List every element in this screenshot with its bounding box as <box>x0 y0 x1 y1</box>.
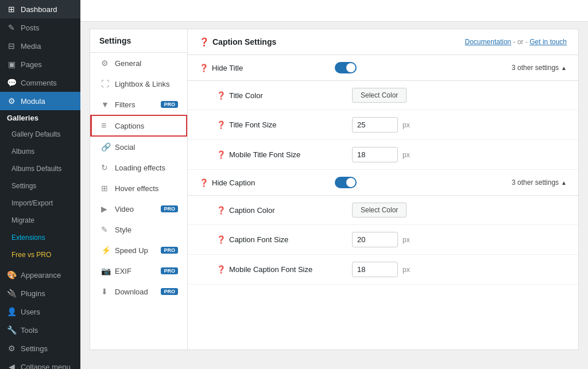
sidebar-item-extensions[interactable]: Extensions <box>0 229 80 246</box>
caption-color-help-icon[interactable]: ❓ <box>216 206 226 215</box>
settings-bottom-label: Settings <box>21 344 48 353</box>
sidebar-item-settings-bottom[interactable]: ⚙ Settings <box>0 339 80 358</box>
settings-nav-captions[interactable]: ≡ Captions <box>90 115 187 137</box>
migrate-label: Migrate <box>11 216 34 224</box>
hide-title-label: ❓ Hide Title <box>199 64 326 72</box>
hide-caption-help-icon[interactable]: ❓ <box>199 178 208 187</box>
import-export-label: Import/Export <box>11 199 53 207</box>
exif-nav-icon: 📷 <box>101 266 110 275</box>
sidebar-item-media[interactable]: ⊟ Media <box>0 37 80 55</box>
title-font-size-row: ❓ Title Font Size px <box>188 110 578 140</box>
plugins-icon: 🔌 <box>7 289 16 298</box>
settings-nav-loading-effects[interactable]: ↻ Loading effects <box>90 157 187 178</box>
settings-nav-filters[interactable]: ▼ Filters PRO <box>90 94 187 115</box>
galleries-label: Galleries <box>7 114 38 122</box>
top-bar <box>80 0 588 22</box>
sidebar-item-pages[interactable]: ▣ Pages <box>0 55 80 73</box>
mobile-caption-font-help-icon[interactable]: ❓ <box>216 265 226 274</box>
appearance-label: Appearance <box>21 271 61 279</box>
gallery-defaults-label: Gallery Defaults <box>11 130 60 138</box>
mobile-title-font-help-icon[interactable]: ❓ <box>216 150 226 159</box>
hide-title-arrow-icon: ▲ <box>561 65 567 71</box>
settings-nav-general[interactable]: ⚙ General <box>90 53 187 73</box>
settings-nav-hover-effects[interactable]: ⊞ Hover effects <box>90 178 187 199</box>
sidebar-item-plugins[interactable]: 🔌 Plugins <box>0 284 80 302</box>
settings-nav-download[interactable]: ⬇ Download PRO <box>90 281 187 302</box>
sidebar-item-albums-defaults[interactable]: Albums Defaults <box>0 160 80 177</box>
collapse-label: Collapse menu <box>21 363 71 370</box>
caption-color-button[interactable]: Select Color <box>352 203 407 217</box>
sidebar-item-appearance[interactable]: 🎨 Appearance <box>0 266 80 284</box>
exif-nav-label: EXIF <box>115 267 131 275</box>
sidebar-item-free-vs-pro[interactable]: Free vs PRO <box>0 246 80 263</box>
get-in-touch-link[interactable]: Get in touch <box>529 38 567 46</box>
mobile-caption-font-size-label: ❓ Mobile Caption Font Size <box>216 265 343 274</box>
sidebar-item-label: Dashboard <box>21 5 57 14</box>
title-color-help-icon[interactable]: ❓ <box>216 91 226 100</box>
hide-title-extra[interactable]: 3 other settings ▲ <box>512 64 567 72</box>
content-area: Settings ⚙ General ⛶ Lightbox & Links ▼ … <box>80 22 588 369</box>
hide-title-control <box>335 62 357 73</box>
settings-label: Settings <box>11 182 36 190</box>
hide-caption-extra[interactable]: 3 other settings ▲ <box>512 178 567 187</box>
hide-title-text: Hide Title <box>212 64 243 72</box>
title-color-control: Select Color <box>352 88 407 103</box>
settings-nav-style[interactable]: ✎ Style <box>90 219 187 240</box>
sidebar-item-albums[interactable]: Albums <box>0 143 80 160</box>
caption-color-label: ❓ Caption Color <box>216 206 343 215</box>
settings-panel: Settings ⚙ General ⛶ Lightbox & Links ▼ … <box>90 29 579 350</box>
sidebar-item-users[interactable]: 👤 Users <box>0 302 80 321</box>
hide-caption-extra-text: 3 other settings <box>512 178 559 187</box>
sidebar-item-gallery-defaults[interactable]: Gallery Defaults <box>0 126 80 143</box>
hide-title-toggle[interactable] <box>335 62 357 73</box>
mobile-title-font-size-control: px <box>352 147 410 162</box>
sidebar-item-tools[interactable]: 🔧 Tools <box>0 321 80 339</box>
settings-content: ❓ Caption Settings Documentation - or - … <box>188 29 578 349</box>
caption-color-text: Caption Color <box>229 206 275 215</box>
caption-color-row: ❓ Caption Color Select Color <box>188 196 578 225</box>
caption-font-size-input[interactable] <box>352 232 398 247</box>
pages-icon: ▣ <box>7 60 16 69</box>
modula-icon: ⚙ <box>7 96 16 106</box>
caption-font-size-help-icon[interactable]: ❓ <box>216 235 226 244</box>
settings-nav-exif[interactable]: 📷 EXIF PRO <box>90 261 187 281</box>
sidebar-item-modula[interactable]: ⚙ Modula <box>0 92 80 110</box>
or-text: - or - <box>513 38 528 46</box>
extensions-label: Extensions <box>11 234 45 242</box>
mobile-caption-font-size-input[interactable] <box>352 262 398 277</box>
caption-font-size-label: ❓ Caption Font Size <box>216 235 343 244</box>
sidebar-collapse[interactable]: ◀ Collapse menu <box>0 358 80 369</box>
settings-nav-social[interactable]: 🔗 Social <box>90 137 187 157</box>
sidebar-item-posts[interactable]: ✎ Posts <box>0 18 80 37</box>
sidebar-item-settings[interactable]: Settings <box>0 177 80 195</box>
title-font-size-input[interactable] <box>352 117 398 133</box>
header-links: Documentation - or - Get in touch <box>465 38 567 46</box>
mobile-title-font-size-row: ❓ Mobile Title Font Size px <box>188 140 578 170</box>
hide-caption-label: ❓ Hide Caption <box>199 178 326 187</box>
title-font-size-help-icon[interactable]: ❓ <box>216 121 226 129</box>
style-nav-label: Style <box>115 226 131 234</box>
exif-pro-badge: PRO <box>161 267 178 274</box>
mobile-title-font-size-text: Mobile Title Font Size <box>229 150 300 159</box>
mobile-title-font-size-input[interactable] <box>352 147 398 162</box>
download-pro-badge: PRO <box>161 288 178 295</box>
lightbox-nav-label: Lightbox & Links <box>115 80 169 88</box>
social-nav-icon: 🔗 <box>101 142 110 152</box>
settings-nav-lightbox[interactable]: ⛶ Lightbox & Links <box>90 73 187 94</box>
hide-title-help-icon[interactable]: ❓ <box>199 64 208 72</box>
filters-nav-label: Filters <box>115 100 135 109</box>
title-color-button[interactable]: Select Color <box>352 88 407 103</box>
caption-help-icon[interactable]: ❓ <box>199 37 209 46</box>
documentation-link[interactable]: Documentation <box>465 38 512 46</box>
appearance-icon: 🎨 <box>7 270 16 279</box>
settings-nav-video[interactable]: ▶ Video PRO <box>90 199 187 219</box>
title-font-size-text: Title Font Size <box>229 121 277 129</box>
hide-caption-toggle[interactable] <box>335 177 357 188</box>
caption-font-size-control: px <box>352 232 410 247</box>
sidebar-item-label: Comments <box>21 79 57 87</box>
sidebar-item-dashboard[interactable]: ⊞ Dashboard <box>0 0 80 18</box>
sidebar-item-import-export[interactable]: Import/Export <box>0 195 80 212</box>
sidebar-item-comments[interactable]: 💬 Comments <box>0 73 80 92</box>
settings-nav-speed-up[interactable]: ⚡ Speed Up PRO <box>90 240 187 261</box>
sidebar-item-migrate[interactable]: Migrate <box>0 212 80 229</box>
